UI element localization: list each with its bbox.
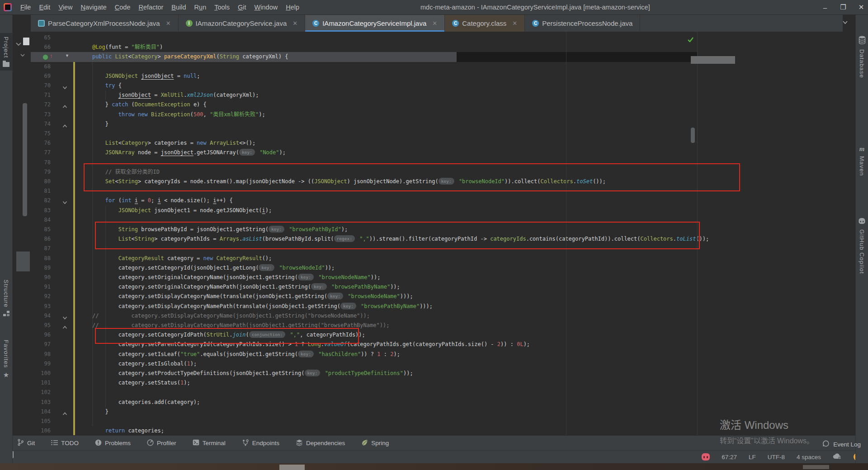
line-number[interactable]: 95	[31, 321, 51, 330]
toolwindow-button-git[interactable]: Git	[17, 439, 35, 447]
code-editor[interactable]: 6566 @Log(funt = "解析类目")↑▼ public List<C…	[13, 32, 856, 435]
toolwindow-button-todo[interactable]: TODO	[51, 440, 79, 447]
line-number[interactable]: 82	[31, 196, 51, 205]
line-number[interactable]: 81	[31, 186, 51, 196]
line-number[interactable]: 78	[31, 158, 51, 167]
file-encoding[interactable]: UTF-8	[768, 454, 785, 461]
line-number[interactable]: 89	[31, 263, 51, 273]
line-number[interactable]: 79	[31, 167, 51, 177]
toolwindow-button-problems[interactable]: Problems	[95, 439, 131, 447]
tab-PersistenceProcessNode.java[interactable]: CPersistenceProcessNode.java	[525, 15, 640, 32]
gutter-override-icon[interactable]: ▼	[65, 53, 69, 58]
code-text: categories.add(category);	[79, 398, 200, 407]
line-number[interactable]: 94	[31, 311, 51, 321]
event-log-button[interactable]: Event Log	[822, 440, 861, 448]
line-number[interactable]: 70	[31, 81, 51, 90]
line-ending[interactable]: LF	[749, 454, 756, 461]
toolwindow-button-database[interactable]: Database	[856, 36, 868, 78]
gutter-run-marker-icon[interactable]	[42, 54, 48, 60]
toolwindow-label: Terminal	[203, 440, 226, 446]
line-number[interactable]: 103	[31, 398, 51, 407]
menu-view[interactable]: View	[54, 2, 76, 12]
menu-refactor[interactable]: Refactor	[135, 2, 168, 12]
menu-window[interactable]: Window	[250, 2, 282, 12]
menu-navigate[interactable]: Navigate	[77, 2, 111, 12]
line-number[interactable]: 66	[31, 43, 51, 52]
line-number[interactable]: 80	[31, 177, 51, 186]
line-number[interactable]: 76	[31, 138, 51, 148]
menu-edit[interactable]: Edit	[35, 2, 54, 12]
maximize-button[interactable]: ❐	[839, 3, 847, 11]
code-line-92: 92 category.setDisplayCategoryName(trans…	[31, 292, 697, 301]
line-number[interactable]: 96	[31, 330, 51, 340]
tab-IAmazonCategoryService.java[interactable]: IIAmazonCategoryService.java✕	[179, 15, 306, 32]
toolwindow-button-profiler[interactable]: Profiler	[147, 439, 176, 447]
toolwindow-button-maven[interactable]: mMaven	[856, 145, 868, 176]
toolwindow-button-endpoints[interactable]: Endpoints	[242, 439, 279, 447]
line-number[interactable]: 74	[31, 119, 51, 129]
tab-close-icon[interactable]: ✕	[166, 20, 171, 27]
toolwindow-button-spring[interactable]: Spring	[361, 439, 389, 447]
fold-chevron-icon[interactable]	[20, 51, 25, 59]
collapse-chevron-icon[interactable]	[15, 40, 22, 48]
tab-IAmazonCategoryServiceImpl.java[interactable]: CIAmazonCategoryServiceImpl.java✕	[305, 15, 445, 32]
line-number[interactable]: 98	[31, 350, 51, 359]
menu-tools[interactable]: Tools	[210, 2, 234, 12]
line-number[interactable]: 88	[31, 254, 51, 263]
menu-code[interactable]: Code	[111, 2, 135, 12]
editor-scrollbar-thumb[interactable]	[691, 128, 695, 143]
line-number[interactable]: 77	[31, 148, 51, 157]
toolwindow-button-dependencies[interactable]: Dependencies	[296, 439, 345, 447]
right-tool-stripe: DatabasemMavenGitHub Copilot	[855, 15, 868, 463]
menu-help[interactable]: Help	[282, 2, 303, 12]
line-number[interactable]: 87	[31, 244, 51, 253]
cloud-settings-icon[interactable]	[833, 453, 842, 461]
line-number[interactable]: 84	[31, 215, 51, 225]
minimize-button[interactable]: –	[821, 4, 829, 11]
toolwindow-button-favorites[interactable]: Favorites★	[0, 340, 12, 379]
line-number[interactable]: 85	[31, 225, 51, 234]
panel-scrollbar[interactable]	[23, 103, 27, 216]
line-number[interactable]: 97	[31, 340, 51, 349]
tab-Category.class[interactable]: CCategory.class✕	[445, 15, 525, 32]
tab-ParseCategoryXmlProcessNode.java[interactable]: ParseCategoryXmlProcessNode.java✕	[31, 15, 179, 32]
line-number[interactable]: 83	[31, 206, 51, 215]
indent-setting[interactable]: 4 spaces	[797, 454, 821, 461]
toolwindow-button-project[interactable]: Project	[0, 33, 12, 71]
line-number[interactable]: 65	[31, 33, 51, 43]
line-number[interactable]: 72	[31, 100, 51, 109]
toolwindow-button-structure[interactable]: Structure	[0, 280, 12, 316]
line-number[interactable]: 90	[31, 273, 51, 282]
copilot-status-icon[interactable]	[702, 453, 710, 461]
inspection-ok-icon[interactable]	[687, 36, 694, 44]
toolwindow-button-github-copilot[interactable]: GitHub Copilot	[856, 218, 868, 274]
hidden-tabs-chevron-icon[interactable]	[842, 18, 848, 26]
line-number[interactable]: 100	[31, 369, 51, 378]
tab-close-icon[interactable]: ✕	[292, 20, 297, 27]
line-number[interactable]: 92	[31, 292, 51, 301]
line-number[interactable]: 68	[31, 62, 51, 71]
tab-close-icon[interactable]: ✕	[432, 20, 437, 27]
line-number[interactable]: 99	[31, 359, 51, 369]
line-number[interactable]: 69	[31, 71, 51, 81]
menu-git[interactable]: Git	[234, 2, 250, 12]
close-button[interactable]: ✕	[857, 3, 865, 11]
caret-position[interactable]: 67:27	[722, 454, 737, 461]
line-number[interactable]: 102	[31, 388, 51, 397]
line-number[interactable]: 71	[31, 90, 51, 100]
line-number[interactable]: 86	[31, 234, 51, 244]
line-number[interactable]: 106	[31, 426, 51, 435]
line-number[interactable]: 105	[31, 417, 51, 426]
line-number[interactable]: 93	[31, 302, 51, 311]
menu-run[interactable]: Run	[190, 2, 211, 12]
line-number[interactable]: 91	[31, 282, 51, 292]
line-number[interactable]: 75	[31, 129, 51, 138]
tab-close-icon[interactable]: ✕	[512, 20, 517, 27]
menu-build[interactable]: Build	[167, 2, 190, 12]
line-number[interactable]: 101	[31, 378, 51, 388]
menu-file[interactable]: File	[16, 2, 35, 12]
toolwindow-button-terminal[interactable]: Terminal	[193, 439, 226, 447]
line-number[interactable]: 73	[31, 110, 51, 119]
panel-thumb[interactable]	[16, 252, 30, 271]
line-number[interactable]: 104	[31, 407, 51, 417]
